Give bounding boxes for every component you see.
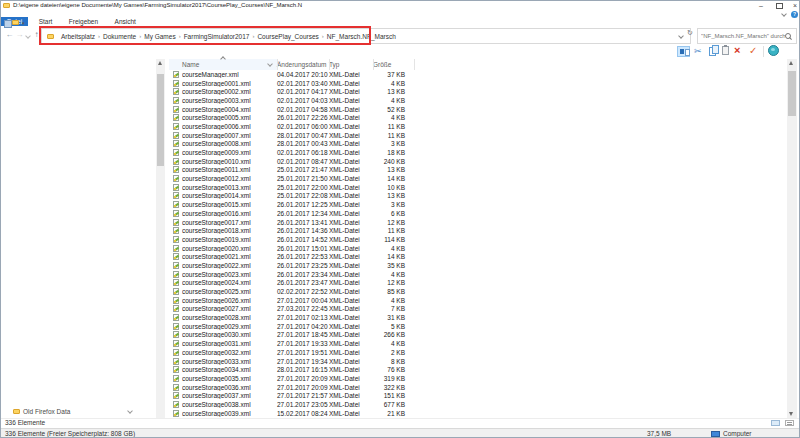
file-name[interactable]: courseStorage0038.xml (182, 401, 277, 408)
file-name[interactable]: courseStorage0003.xml (182, 97, 277, 104)
file-name[interactable]: courseStorage0021.xml (182, 253, 277, 260)
column-header-date[interactable]: Änderungsdatum (277, 61, 329, 68)
paste-icon[interactable] (722, 46, 729, 55)
table-row[interactable]: courseStorage0016.xml 26.01.2017 12:34 X… (169, 209, 787, 218)
table-row[interactable]: courseStorage0032.xml 27.01.2017 19:51 X… (169, 348, 787, 357)
table-row[interactable]: courseStorage0039.xml 15.02.2017 08:24 X… (169, 409, 787, 418)
table-row[interactable]: courseStorage0022.xml 26.01.2017 23:25 X… (169, 261, 787, 270)
qat-more-icon[interactable]: ▾ (22, 20, 25, 26)
file-name[interactable]: courseStorage0013.xml (182, 184, 277, 191)
column-resizer[interactable] (373, 59, 374, 70)
file-name[interactable]: courseStorage0032.xml (182, 349, 277, 356)
scroll-up-icon[interactable] (158, 61, 162, 65)
file-name[interactable]: courseStorage0001.xml (182, 80, 277, 87)
table-row[interactable]: courseStorage0020.xml 26.01.2017 15:01 X… (169, 244, 787, 253)
tree-expander-icon[interactable] (127, 408, 133, 414)
file-name[interactable]: courseStorage0031.xml (182, 340, 277, 347)
file-name[interactable]: courseStorage0022.xml (182, 262, 277, 269)
file-name[interactable]: courseStorage0023.xml (182, 271, 277, 278)
copy-icon[interactable] (709, 47, 716, 56)
file-name[interactable]: courseStorage0012.xml (182, 175, 277, 182)
file-name[interactable]: courseStorage0030.xml (182, 331, 277, 338)
sidebar-scrollbar[interactable] (156, 59, 165, 418)
column-header-name[interactable]: Name (169, 61, 277, 68)
qat-folder-icon[interactable] (12, 20, 19, 25)
table-row[interactable]: courseStorage0017.xml 26.01.2017 13:41 X… (169, 218, 787, 227)
file-name[interactable]: courseStorage0034.xml (182, 366, 277, 373)
table-row[interactable]: courseStorage0011.xml 25.01.2017 21:47 X… (169, 166, 787, 175)
table-row[interactable]: courseStorage0030.xml 27.01.2017 18:45 X… (169, 331, 787, 340)
qat-properties-icon[interactable] (4, 20, 12, 28)
cut-icon[interactable]: ✂ (694, 45, 702, 57)
breadcrumb-segment[interactable]: Dokumente (101, 33, 138, 40)
scroll-up-icon[interactable] (789, 61, 793, 65)
table-row[interactable]: courseStorage0014.xml 25.01.2017 22:08 X… (169, 192, 787, 201)
address-bar[interactable]: Arbeitsplatz› Dokumente› My Games› Farmi… (41, 28, 691, 44)
file-name[interactable]: courseStorage0039.xml (182, 410, 277, 417)
table-row[interactable]: courseStorage0031.xml 27.01.2017 19:33 X… (169, 339, 787, 348)
table-row[interactable]: courseStorage0004.xml 02.01.2017 04:58 X… (169, 105, 787, 114)
file-name[interactable]: courseManager.xml (182, 71, 277, 78)
file-name[interactable]: courseStorage0033.xml (182, 358, 277, 365)
details-view-icon[interactable] (771, 420, 780, 426)
breadcrumb-segment[interactable]: NF_Marsch.NF_Marsch (325, 33, 398, 40)
file-name[interactable]: courseStorage0025.xml (182, 288, 277, 295)
file-name[interactable]: courseStorage0014.xml (182, 192, 277, 199)
table-row[interactable]: courseStorage0009.xml 02.01.2017 06:18 X… (169, 148, 787, 157)
scroll-down-icon[interactable] (789, 412, 793, 416)
preview-pane-icon[interactable] (677, 46, 690, 57)
file-name[interactable]: courseStorage0018.xml (182, 227, 277, 234)
table-row[interactable]: courseStorage0024.xml 26.01.2017 23:47 X… (169, 279, 787, 288)
table-row[interactable]: courseStorage0033.xml 27.01.2017 19:34 X… (169, 357, 787, 366)
breadcrumb-segment[interactable]: CoursePlay_Courses (255, 33, 320, 40)
file-name[interactable]: courseStorage0007.xml (182, 132, 277, 139)
file-name[interactable]: courseStorage0006.xml (182, 123, 277, 130)
table-row[interactable]: courseStorage0012.xml 25.01.2017 21:50 X… (169, 174, 787, 183)
table-row[interactable]: courseStorage0036.xml 27.01.2017 20:09 X… (169, 383, 787, 392)
back-button[interactable]: ← (5, 28, 14, 42)
table-row[interactable]: courseStorage0035.xml 27.01.2017 20:09 X… (169, 374, 787, 383)
forward-button[interactable]: → (15, 28, 24, 42)
help-icon[interactable]: ? (791, 11, 798, 18)
file-name[interactable]: courseStorage0028.xml (182, 314, 277, 321)
network-globe-icon[interactable] (768, 45, 779, 56)
file-name[interactable]: courseStorage0008.xml (182, 140, 277, 147)
file-name[interactable]: courseStorage0004.xml (182, 106, 277, 113)
file-name[interactable]: courseStorage0017.xml (182, 219, 277, 226)
search-input[interactable] (698, 33, 785, 39)
column-resizer[interactable] (277, 59, 278, 70)
table-row[interactable]: courseStorage0007.xml 28.01.2017 00:47 X… (169, 131, 787, 140)
file-name[interactable]: courseStorage0015.xml (182, 201, 277, 208)
table-row[interactable]: courseStorage0027.xml 27.03.2017 22:45 X… (169, 305, 787, 314)
table-row[interactable]: courseStorage0025.xml 02.02.2017 22:52 X… (169, 287, 787, 296)
column-resizer[interactable] (414, 59, 415, 70)
file-name[interactable]: courseStorage0009.xml (182, 149, 277, 156)
file-name[interactable]: courseStorage0002.xml (182, 88, 277, 95)
ribbon-tab-freigeben[interactable]: Freigeben (63, 17, 104, 26)
breadcrumb-segment[interactable]: My Games (142, 33, 177, 40)
file-name[interactable]: courseStorage0010.xml (182, 158, 277, 165)
table-row[interactable]: courseStorage0001.xml 02.01.2017 03:40 X… (169, 79, 787, 88)
table-row[interactable]: courseStorage0010.xml 02.01.2017 08:47 X… (169, 157, 787, 166)
table-row[interactable]: courseStorage0037.xml 27.01.2017 21:57 X… (169, 391, 787, 400)
breadcrumb-segment[interactable]: FarmingSimulator2017 (182, 33, 252, 40)
refresh-icon[interactable]: ↻ (687, 29, 693, 37)
file-name[interactable]: courseStorage0011.xml (182, 166, 277, 173)
table-row[interactable]: courseStorage0013.xml 25.01.2017 22:00 X… (169, 183, 787, 192)
file-name[interactable]: courseStorage0016.xml (182, 210, 277, 217)
file-name[interactable]: courseStorage0027.xml (182, 305, 277, 312)
ribbon-tab-ansicht[interactable]: Ansicht (109, 17, 142, 26)
table-row[interactable]: courseStorage0002.xml 02.01.2017 04:17 X… (169, 87, 787, 96)
close-button[interactable]: × (789, 1, 800, 10)
column-header-size[interactable]: Größe (373, 61, 409, 68)
scrollbar-thumb[interactable] (788, 71, 796, 116)
table-row[interactable]: courseStorage0019.xml 26.01.2017 14:52 X… (169, 235, 787, 244)
file-name[interactable]: courseStorage0020.xml (182, 245, 277, 252)
file-name[interactable]: courseStorage0026.xml (182, 297, 277, 304)
table-row[interactable]: courseStorage0029.xml 27.01.2017 04:20 X… (169, 322, 787, 331)
search-box[interactable] (697, 28, 797, 44)
table-row[interactable]: courseStorage0005.xml 26.01.2017 22:26 X… (169, 113, 787, 122)
up-button[interactable]: ↑ (32, 28, 41, 42)
file-name[interactable]: courseStorage0005.xml (182, 114, 277, 121)
table-row[interactable]: courseStorage0023.xml 26.01.2017 23:34 X… (169, 270, 787, 279)
